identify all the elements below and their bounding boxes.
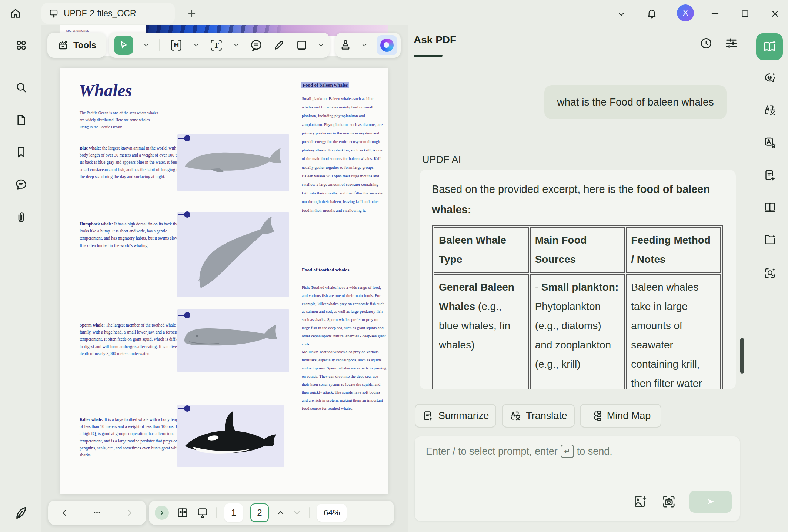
previous-page-chevron-icon[interactable]: [276, 508, 285, 517]
table-header-row: Baleen Whale Type Main Food Sources Feed…: [434, 227, 721, 273]
select-tool-button[interactable]: [114, 36, 133, 55]
rail-translate-icon[interactable]: [763, 103, 777, 117]
cursor-icon: [118, 40, 129, 50]
ai-swirl-icon: [380, 39, 394, 52]
stamp-ai-toolbar: [335, 33, 401, 58]
stamp-tool-icon[interactable]: [339, 39, 352, 51]
expand-panel-button[interactable]: [155, 506, 169, 520]
text-tool-chevron-icon[interactable]: [233, 42, 240, 48]
close-icon[interactable]: [769, 7, 781, 20]
add-image-icon[interactable]: [632, 494, 647, 509]
two-page-view-icon[interactable]: [176, 506, 189, 519]
avatar-letter: X: [682, 8, 688, 18]
screenshot-camera-icon[interactable]: [661, 494, 676, 509]
rail-ask-pdf-active-button[interactable]: [756, 33, 783, 60]
sidebar-grid-icon[interactable]: [14, 39, 28, 52]
monitor-icon: [49, 9, 59, 18]
ai-assistant-button[interactable]: [377, 35, 397, 55]
page-1-thumbnail-button[interactable]: 1: [224, 503, 243, 522]
document-tab[interactable]: UPDF-2-files_OCR: [41, 3, 175, 24]
home-icon[interactable]: [8, 6, 23, 21]
translate-button[interactable]: Translate: [502, 404, 575, 428]
rail-reader-book-icon[interactable]: [763, 200, 777, 214]
page-controls-bar: 1 2 64%: [149, 501, 394, 525]
text-tool-icon[interactable]: T: [209, 38, 223, 52]
pdf-page-2: Whales The Pacific Ocean is one of the s…: [60, 68, 388, 494]
humpback-whale-image: [177, 212, 289, 297]
tools-button[interactable]: Tools: [47, 33, 106, 58]
notifications-bell-icon[interactable]: [645, 7, 658, 20]
presentation-mode-icon[interactable]: [196, 506, 209, 519]
heading-tool-chevron-icon[interactable]: [193, 42, 200, 48]
toothed-heading: Food of toothed whales: [302, 267, 349, 273]
tools-label: Tools: [73, 40, 96, 50]
ask-pdf-tab-indicator: [414, 55, 443, 57]
table-cell: - Small plankton: Phytoplankton (e.g., d…: [530, 274, 625, 389]
zoom-level-button[interactable]: 64%: [317, 504, 347, 522]
sidebar-comments-icon[interactable]: [14, 178, 28, 191]
comment-tool-icon[interactable]: [249, 38, 263, 52]
chat-history-icon[interactable]: [699, 36, 713, 50]
sidebar-search-icon[interactable]: [14, 81, 28, 94]
new-tab-icon[interactable]: [185, 7, 198, 20]
select-tool-chevron-icon[interactable]: [143, 42, 150, 48]
toolbar-divider: [159, 39, 160, 51]
page1-image-caption: sea anemones: [66, 28, 89, 33]
chat-settings-sliders-icon[interactable]: [724, 36, 738, 50]
pen-tool-icon[interactable]: [273, 39, 286, 52]
next-page-chevron-icon[interactable]: [293, 508, 301, 517]
table-cell: Baleen whales take in large amounts of s…: [626, 274, 721, 389]
rail-summarize-icon[interactable]: [763, 168, 777, 182]
marker-dot[interactable]: [184, 405, 190, 412]
bar-divider: [309, 507, 310, 518]
rail-ai-chat-icon[interactable]: [763, 71, 777, 84]
rail-image-translate-icon[interactable]: [763, 136, 777, 149]
stamp-tool-chevron-icon[interactable]: [361, 42, 368, 48]
shape-tool-chevron-icon[interactable]: [318, 42, 324, 48]
summarize-button[interactable]: Summarize: [415, 404, 496, 428]
page-2-thumbnail-button-current[interactable]: 2: [250, 503, 269, 522]
blue-whale-image: [177, 134, 289, 191]
table-header-cell: Main Food Sources: [530, 227, 625, 273]
whale-paragraph: Sperm whale: The largest member of the t…: [80, 322, 187, 357]
user-message-text: what is the Food of baleen whales: [557, 96, 714, 108]
sidebar-pen-logo-icon[interactable]: [13, 505, 29, 521]
more-options-icon[interactable]: [92, 508, 102, 518]
maximize-icon[interactable]: [739, 7, 751, 20]
sidebar-attachment-icon[interactable]: [14, 211, 28, 224]
table-header-cell: Feeding Method / Notes: [626, 227, 721, 273]
back-chevron-icon[interactable]: [60, 508, 69, 517]
marker-dot[interactable]: [184, 211, 190, 218]
whale-paragraph: Killer whale: It is a large toothed whal…: [80, 416, 185, 459]
translate-icon: [510, 410, 521, 422]
toolbox-icon: [57, 39, 69, 51]
shape-tool-icon[interactable]: [296, 39, 308, 51]
pdf-intro-paragraph: The Pacific Ocean is one of the seas whe…: [80, 109, 159, 130]
table-header-cell: Baleen Whale Type: [434, 227, 529, 273]
rail-folder-ai-icon[interactable]: [763, 233, 777, 246]
ai-sender-label: UPDF AI: [422, 154, 461, 165]
table-row: General Baleen Whales (e.g., blue whales…: [434, 274, 721, 389]
forward-chevron-icon[interactable]: [125, 508, 134, 517]
user-avatar[interactable]: X: [677, 4, 694, 21]
chat-input[interactable]: Enter / to select prompt, enter ↵to send…: [415, 436, 740, 521]
sidebar-bookmark-icon[interactable]: [14, 145, 28, 159]
ai-answer-intro: Based on the provided excerpt, here is t…: [432, 179, 724, 220]
marker-dot[interactable]: [184, 312, 190, 318]
window-chevron-down-icon[interactable]: [615, 8, 627, 20]
summarize-doc-sparkle-icon: [422, 410, 434, 422]
rail-ai-search-icon[interactable]: [763, 267, 777, 280]
marker-dot[interactable]: [184, 135, 190, 141]
mind-map-button[interactable]: Mind Map: [580, 404, 661, 428]
sidebar-thumbnails-icon[interactable]: [14, 113, 28, 127]
book-sparkle-icon: [762, 39, 777, 54]
tab-title: UPDF-2-files_OCR: [64, 9, 136, 19]
history-nav-bar: [48, 501, 146, 525]
input-placeholder: Enter / to select prompt, enter ↵to send…: [426, 445, 612, 458]
highlighted-heading[interactable]: Food of baleen whales: [301, 82, 349, 88]
chat-scrollbar-thumb[interactable]: [740, 338, 744, 374]
send-button[interactable]: [690, 491, 732, 513]
minimize-icon[interactable]: [709, 7, 721, 20]
heading-tool-icon[interactable]: H: [169, 38, 183, 52]
whale-paragraph: Humpback whale: It has a high dorsal fin…: [80, 221, 185, 249]
